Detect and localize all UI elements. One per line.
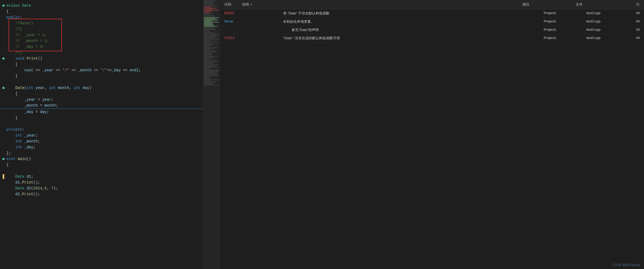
minimap-line	[204, 1, 213, 2]
token: <<	[33, 68, 42, 72]
token: main	[18, 157, 27, 161]
token: int	[49, 86, 56, 90]
line-indicator	[2, 174, 5, 179]
line-indicator	[2, 158, 5, 160]
code-line: eint main()	[0, 156, 203, 162]
error-desc: 参见"Date"的声明	[292, 28, 544, 32]
minimap-line	[204, 32, 214, 33]
minimap-scroll	[203, 0, 220, 269]
token: int	[74, 86, 80, 90]
token: <<	[53, 68, 62, 72]
minimap-line	[204, 61, 218, 62]
minimap-line	[204, 48, 214, 49]
minimap-line	[204, 33, 218, 34]
minimap-line	[204, 55, 212, 56]
token: private	[6, 127, 22, 132]
code-line: //Date()	[0, 20, 203, 26]
token: =	[38, 103, 45, 108]
token: (	[24, 86, 26, 90]
code-line: int _month;	[0, 138, 203, 144]
code-line: private:	[0, 127, 203, 132]
minimap-line	[204, 81, 216, 82]
code-line: }	[0, 115, 203, 121]
minimap-line	[204, 39, 219, 40]
minimap-line	[204, 57, 213, 58]
minimap-line	[204, 15, 214, 16]
minimap-line	[204, 78, 210, 79]
header-line: 行	[624, 2, 640, 7]
token: _month	[24, 103, 38, 108]
token: void	[15, 56, 25, 61]
line-content: //{	[5, 26, 203, 32]
code-line: _day = day;	[0, 109, 203, 115]
token: Print	[22, 192, 33, 196]
token: }	[15, 116, 18, 120]
token: ;	[35, 133, 38, 138]
code-editor[interactable]: eclass Date{public: //Date() //{ // _yea…	[0, 0, 203, 269]
code-line	[0, 121, 203, 127]
token: Date	[15, 174, 25, 179]
line-content: public:	[5, 14, 203, 20]
error-line: 44	[624, 19, 640, 23]
minimap-line	[204, 6, 218, 6]
minimap-line	[204, 60, 216, 61]
minimap-line	[204, 31, 210, 32]
error-line: 18	[624, 28, 640, 32]
token: <<	[107, 68, 112, 72]
line-content: {	[5, 162, 203, 168]
error-row[interactable]: E0291 类 "Date" 不存在默认构造函数Project1test3.cp…	[220, 9, 644, 18]
error-row[interactable]: 参见"Date"的声明Project1test3.cpp18	[220, 26, 644, 34]
token: //}	[15, 50, 22, 55]
minimap-line	[204, 36, 220, 36]
token	[24, 174, 26, 179]
token: ;	[56, 103, 58, 108]
token: _year	[24, 133, 35, 138]
minimap-line	[204, 26, 217, 27]
error-desc: "Date": 没有合适的默认构造函数可用	[283, 36, 544, 41]
token: //{	[15, 27, 22, 31]
token: (	[31, 186, 33, 190]
token: day	[40, 110, 47, 114]
error-project: Project1	[544, 28, 586, 32]
token: {	[6, 9, 9, 14]
line-content: void Print()	[5, 56, 203, 61]
error-row[interactable]: Int-un 未初始化本地变量。Project1test3.cpp44	[220, 18, 644, 26]
token: "/"	[62, 68, 69, 72]
code-line: d1.Print();	[0, 180, 203, 185]
token: _day	[24, 110, 33, 114]
minimap-line	[204, 69, 210, 69]
error-row[interactable]: C2512 "Date": 没有合适的默认构造函数可用Project1test3…	[220, 34, 644, 42]
token: ()	[27, 157, 31, 161]
token: _month	[78, 68, 92, 72]
token: month	[45, 103, 56, 108]
token: cout	[24, 68, 33, 72]
code-line: // _year = 1;	[0, 32, 203, 38]
minimap-line	[204, 46, 210, 47]
code-line: _year = year;	[0, 97, 203, 103]
code-line: {	[0, 9, 203, 14]
token: d1	[15, 180, 20, 185]
code-line: void Print()	[0, 56, 203, 61]
line-content: int _day;	[5, 144, 203, 150]
code-line	[0, 79, 203, 85]
token: int	[27, 86, 33, 90]
error-table[interactable]: E0291 类 "Date" 不存在默认构造函数Project1test3.cp…	[220, 9, 644, 269]
token: d2	[15, 192, 20, 196]
token: .	[20, 192, 22, 196]
line-content: {	[5, 61, 203, 67]
token: "/"	[101, 68, 107, 72]
error-file: test3.cpp	[586, 28, 624, 32]
token: public	[6, 15, 20, 20]
code-line: // _day = 3;	[0, 44, 203, 50]
code-line: Date d2(2024,5, 7);	[0, 185, 203, 191]
minimap-line	[204, 54, 213, 54]
token: year	[42, 98, 51, 102]
sort-icon: ▼	[250, 3, 253, 6]
token	[22, 133, 24, 138]
minimap-line	[204, 70, 219, 71]
header-desc[interactable]: 说明 ▼	[242, 2, 253, 7]
token: :	[20, 15, 22, 20]
line-content: eclass Date	[5, 3, 203, 9]
token: year	[35, 86, 45, 90]
minimap[interactable]	[203, 0, 220, 269]
